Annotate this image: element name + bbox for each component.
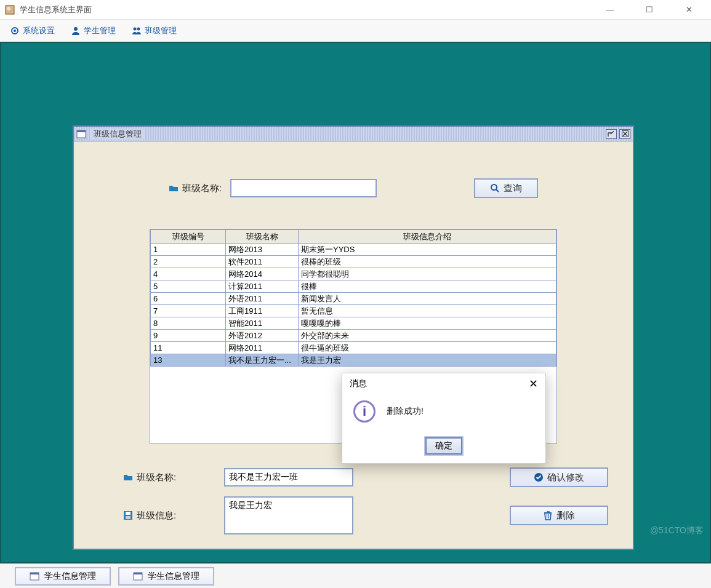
svg-point-5: [134, 27, 137, 30]
table-row[interactable]: 8智能2011嘎嘎嘎的棒: [151, 317, 556, 330]
table-cell-desc: 暂无信息: [299, 305, 556, 317]
table-row[interactable]: 11网络2011很牛逼的班级: [151, 342, 556, 354]
task-button-2-label: 学生信息管理: [148, 571, 199, 582]
confirm-button-label: 确认修改: [547, 472, 584, 483]
dialog-close-button[interactable]: ✕: [529, 377, 538, 391]
mdi-workspace: 班级信息管理 班级名称:: [0, 42, 711, 563]
table-cell-name: 外语2011: [226, 293, 299, 305]
table-cell-id: 13: [151, 354, 226, 367]
folder-icon: [169, 183, 179, 193]
maximize-button[interactable]: ☐: [637, 1, 662, 18]
svg-point-4: [74, 27, 78, 31]
table-cell-id: 11: [151, 342, 226, 354]
menu-class-management-label: 班级管理: [145, 25, 177, 36]
menu-system-settings[interactable]: 系统设置: [6, 23, 58, 39]
table-row[interactable]: 6外语2011新闻发言人: [151, 293, 556, 305]
window-icon: [30, 571, 39, 581]
th-name[interactable]: 班级名称: [226, 230, 299, 244]
confirm-button[interactable]: 确认修改: [510, 467, 608, 487]
info-icon: i: [353, 400, 376, 423]
table-row[interactable]: 2软件2011很棒的班级: [151, 256, 556, 268]
form-name-input[interactable]: [224, 468, 353, 487]
dialog-titlebar[interactable]: 消息 ✕: [342, 373, 545, 394]
table-cell-desc: 外交部的未来: [299, 330, 556, 342]
table-cell-id: 1: [151, 244, 226, 256]
table-cell-name: 网络2013: [226, 244, 299, 256]
table-cell-name: 工商1911: [226, 305, 299, 317]
svg-point-1: [7, 7, 10, 10]
search-row: 班级名称: 查询: [84, 178, 623, 198]
table-cell-desc: 很牛逼的班级: [299, 342, 556, 354]
search-label: 班级名称:: [169, 183, 222, 194]
app-icon: [5, 5, 15, 15]
dialog-ok-button[interactable]: 确定: [425, 437, 462, 455]
dialog-message: 删除成功!: [387, 406, 424, 417]
disk-icon: [123, 511, 133, 520]
search-input[interactable]: [230, 179, 377, 197]
table-cell-desc: 很棒: [299, 280, 556, 293]
menu-class-management[interactable]: 班级管理: [128, 23, 180, 39]
window-icon: [133, 571, 143, 581]
form-name-label: 班级名称:: [123, 472, 209, 483]
group-icon: [132, 26, 142, 36]
watermark: @51CTO博客: [650, 525, 704, 536]
internal-maximize-button[interactable]: [606, 129, 617, 139]
table-row[interactable]: 1网络2013期末第一YYDS: [151, 244, 556, 256]
table-row[interactable]: 5计算2011很棒: [151, 280, 556, 293]
table-row[interactable]: 9外语2012外交部的未来: [151, 330, 556, 342]
menubar: 系统设置 学生管理 班级管理: [0, 20, 711, 42]
table-cell-id: 4: [151, 268, 226, 280]
menu-student-management[interactable]: 学生管理: [67, 23, 119, 39]
internal-window-titlebar[interactable]: 班级信息管理: [74, 127, 633, 141]
gear-icon: [10, 26, 20, 36]
menu-system-settings-label: 系统设置: [23, 25, 55, 36]
check-circle-icon: [534, 472, 544, 482]
th-id[interactable]: 班级编号: [151, 230, 226, 244]
svg-point-10: [491, 185, 497, 190]
table-cell-name: 我不是王力宏一...: [226, 354, 299, 367]
form-info-textarea[interactable]: [224, 496, 353, 534]
delete-button[interactable]: 删除: [510, 506, 608, 525]
svg-rect-8: [77, 130, 86, 132]
task-button-1[interactable]: 学生信息管理: [15, 567, 111, 586]
table-cell-desc: 同学都很聪明: [299, 268, 556, 280]
table-row[interactable]: 13我不是王力宏一...我是王力宏: [151, 354, 556, 367]
table-cell-name: 网络2014: [226, 268, 299, 280]
internal-window-class-info: 班级信息管理 班级名称:: [73, 125, 634, 550]
student-icon: [71, 26, 81, 36]
svg-rect-19: [30, 573, 39, 574]
table-cell-id: 6: [151, 293, 226, 305]
menu-student-management-label: 学生管理: [84, 25, 116, 36]
form-info-label: 班级信息:: [123, 510, 209, 522]
message-dialog: 消息 ✕ i 删除成功! 确定: [342, 373, 546, 464]
table-cell-id: 5: [151, 280, 226, 293]
trash-icon: [543, 511, 553, 520]
table-cell-id: 8: [151, 317, 226, 330]
table-row[interactable]: 4网络2014同学都很聪明: [151, 268, 556, 280]
close-button[interactable]: ✕: [677, 1, 701, 18]
minimize-button[interactable]: —: [598, 1, 622, 18]
svg-rect-21: [134, 573, 142, 574]
table-row[interactable]: 7工商1911暂无信息: [151, 305, 556, 317]
window-title: 学生信息系统主界面: [20, 4, 598, 15]
window-icon: [76, 129, 86, 139]
table-cell-name: 网络2011: [226, 342, 299, 354]
table-header-row: 班级编号 班级名称 班级信息介绍: [151, 230, 556, 244]
delete-button-label: 删除: [556, 510, 575, 522]
table-cell-desc: 新闻发言人: [299, 293, 556, 305]
search-button[interactable]: 查询: [474, 178, 538, 198]
table-cell-desc: 我是王力宏: [299, 354, 556, 367]
dialog-title-text: 消息: [350, 378, 367, 389]
internal-close-button[interactable]: [619, 129, 630, 139]
task-button-2[interactable]: 学生信息管理: [118, 567, 214, 586]
taskbar: 学生信息管理 学生信息管理: [0, 563, 711, 588]
folder-icon: [123, 472, 133, 482]
table-cell-desc: 嘎嘎嘎的棒: [299, 317, 556, 330]
table-cell-name: 智能2011: [226, 317, 299, 330]
svg-line-11: [496, 189, 499, 192]
table-cell-name: 软件2011: [226, 256, 299, 268]
table-cell-name: 外语2012: [226, 330, 299, 342]
th-desc[interactable]: 班级信息介绍: [299, 230, 556, 244]
table-cell-id: 9: [151, 330, 226, 342]
search-icon: [490, 183, 500, 193]
